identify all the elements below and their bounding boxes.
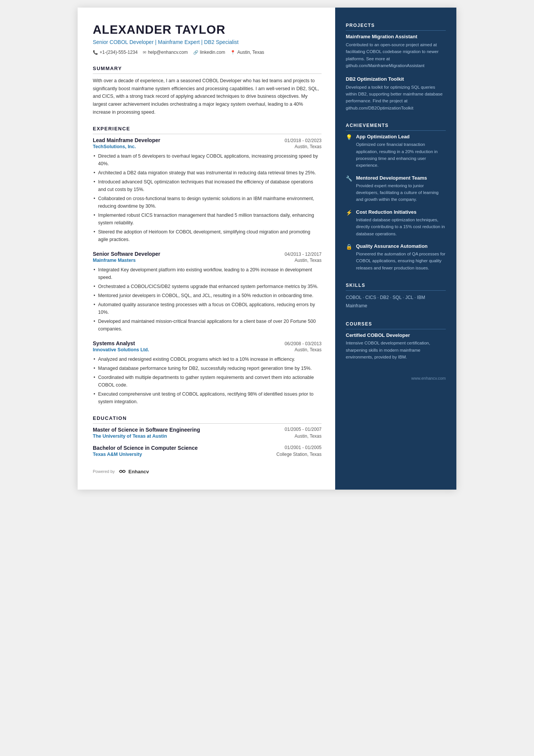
edu-degree-1: Master of Science in Software Engineerin… xyxy=(93,427,200,433)
achievements-section: ACHIEVEMENTS 💡 App Optimization Lead Opt… xyxy=(346,123,446,271)
bullet: Analyzed and redesigned existing COBOL p… xyxy=(93,355,322,363)
summary-text: With over a decade of experience, I am a… xyxy=(93,77,322,116)
exp-dates-1: 01/2018 - 02/2023 xyxy=(285,138,322,143)
course-name-1: Certified COBOL Developer xyxy=(346,332,446,338)
bullet: Directed a team of 5 developers to overh… xyxy=(93,152,322,167)
achievement-name-3: Cost Reduction Initiatives xyxy=(356,209,446,215)
edu-school-2: Texas A&M University xyxy=(93,452,142,457)
exp-title-2: Senior Software Developer xyxy=(93,251,160,257)
experience-section: EXPERIENCE Lead Mainframe Developer 01/2… xyxy=(93,126,322,405)
skills-text: COBOL · CICS · DB2 · SQL · JCL · IBM Mai… xyxy=(346,294,446,310)
exp-company-3: Innovative Solutions Ltd. xyxy=(93,347,149,352)
project-name-1: Mainframe Migration Assistant xyxy=(346,34,446,39)
achievement-name-1: App Optimization Lead xyxy=(356,134,446,139)
phone-icon: 📞 xyxy=(93,50,98,55)
exp-location-2: Austin, Texas xyxy=(295,258,322,263)
achievement-content-4: Quality Assurance Automation Pioneered t… xyxy=(356,243,446,271)
courses-title: COURSES xyxy=(346,321,446,329)
contact-row: 📞 +1-(234)-555-1234 ✉ help@enhancv.com 🔗… xyxy=(93,50,322,55)
edu-school-1: The University of Texas at Austin xyxy=(93,434,167,439)
achievement-icon-4: 🔒 xyxy=(346,244,352,250)
skills-section: SKILLS COBOL · CICS · DB2 · SQL · JCL · … xyxy=(346,283,446,310)
education-title: EDUCATION xyxy=(93,415,322,424)
edu-degree-2: Bachelor of Science in Computer Science xyxy=(93,445,198,451)
exp-company-2: Mainframe Masters xyxy=(93,258,136,263)
projects-section: PROJECTS Mainframe Migration Assistant C… xyxy=(346,23,446,111)
project-item-2: DB2 Optimization Toolkit Developed a too… xyxy=(346,76,446,112)
achievement-content-3: Cost Reduction Initiatives Initiated dat… xyxy=(356,209,446,237)
bullet: Steered the adoption of Heirloom for COB… xyxy=(93,228,322,243)
achievement-desc-2: Provided expert mentoring to junior deve… xyxy=(356,182,446,203)
edu-item-2: Bachelor of Science in Computer Science … xyxy=(93,445,322,457)
exp-dates-2: 04/2013 - 12/2017 xyxy=(285,252,322,257)
achievement-icon-3: ⚡ xyxy=(346,210,352,216)
location-item: 📍 Austin, Texas xyxy=(230,50,264,55)
achievement-icon-2: 🔧 xyxy=(346,175,352,182)
projects-title: PROJECTS xyxy=(346,23,446,31)
location-text: Austin, Texas xyxy=(237,50,264,55)
summary-section: SUMMARY With over a decade of experience… xyxy=(93,66,322,116)
linkedin-text: linkedin.com xyxy=(200,50,225,55)
skills-title: SKILLS xyxy=(346,283,446,291)
applicant-title: Senior COBOL Developer | Mainframe Exper… xyxy=(93,39,322,45)
achievement-desc-3: Initiated database optimization techniqu… xyxy=(356,216,446,237)
link-icon: 🔗 xyxy=(193,50,198,55)
exp-bullets-3: Analyzed and redesigned existing COBOL p… xyxy=(93,355,322,405)
summary-title: SUMMARY xyxy=(93,66,322,74)
exp-item-2: Senior Software Developer 04/2013 - 12/2… xyxy=(93,251,322,333)
project-name-2: DB2 Optimization Toolkit xyxy=(346,76,446,82)
exp-bullets-1: Directed a team of 5 developers to overh… xyxy=(93,152,322,243)
achievement-desc-1: Optimized core financial transaction app… xyxy=(356,141,446,169)
exp-title-3: Systems Analyst xyxy=(93,340,135,346)
powered-by-text: Powered by xyxy=(93,469,115,474)
bullet: Executed comprehensive unit testing of C… xyxy=(93,390,322,405)
achievement-item-2: 🔧 Mentored Development Teams Provided ex… xyxy=(346,175,446,203)
left-footer: Powered by Enhancv xyxy=(93,468,322,474)
edu-location-1: Austin, Texas xyxy=(295,434,322,439)
edu-location-2: College Station, Texas xyxy=(276,452,322,457)
exp-company-1: TechSolutions, Inc. xyxy=(93,144,136,149)
exp-location-3: Austin, Texas xyxy=(295,347,322,352)
email-item: ✉ help@enhancv.com xyxy=(143,50,187,55)
right-column: PROJECTS Mainframe Migration Assistant C… xyxy=(335,8,456,490)
course-desc-1: Intensive COBOL development certificatio… xyxy=(346,340,446,360)
applicant-name: ALEXANDER TAYLOR xyxy=(93,23,322,37)
achievement-icon-1: 💡 xyxy=(346,134,352,140)
location-icon: 📍 xyxy=(230,50,236,55)
phone-item: 📞 +1-(234)-555-1234 xyxy=(93,50,137,55)
achievement-desc-4: Pioneered the automation of QA processes… xyxy=(356,250,446,271)
exp-item-1: Lead Mainframe Developer 01/2018 - 02/20… xyxy=(93,137,322,243)
bullet: Introduced advanced SQL optimization tec… xyxy=(93,178,322,193)
edu-item-1: Master of Science in Software Engineerin… xyxy=(93,427,322,439)
phone-text: +1-(234)-555-1234 xyxy=(100,50,137,55)
achievements-title: ACHIEVEMENTS xyxy=(346,123,446,131)
project-desc-2: Developed a toolkit for optimizing SQL q… xyxy=(346,84,446,112)
bullet: Coordinated with multiple departments to… xyxy=(93,374,322,389)
exp-bullets-2: Integrated Key development platform into… xyxy=(93,266,322,333)
exp-dates-3: 06/2008 - 03/2013 xyxy=(285,341,322,346)
achievement-name-4: Quality Assurance Automation xyxy=(356,243,446,249)
edu-dates-2: 01/2001 - 01/2005 xyxy=(285,445,322,451)
edu-dates-1: 01/2005 - 01/2007 xyxy=(285,427,322,433)
bullet: Implemented robust CICS transaction mana… xyxy=(93,211,322,227)
education-section: EDUCATION Master of Science in Software … xyxy=(93,415,322,457)
course-item-1: Certified COBOL Developer Intensive COBO… xyxy=(346,332,446,360)
bullet: Collaborated on cross-functional teams t… xyxy=(93,195,322,210)
brand-name: Enhancv xyxy=(128,469,149,474)
bullet: Mentored junior developers in COBOL, SQL… xyxy=(93,292,322,299)
achievement-item-4: 🔒 Quality Assurance Automation Pioneered… xyxy=(346,243,446,271)
bullet: Integrated Key development platform into… xyxy=(93,266,322,281)
website-text: www.enhancv.com xyxy=(411,376,446,380)
bullet: Orchestrated a COBOL/CICS/DB2 systems up… xyxy=(93,283,322,290)
courses-section: COURSES Certified COBOL Developer Intens… xyxy=(346,321,446,360)
bullet: Architected a DB2 data migration strateg… xyxy=(93,169,322,177)
achievement-content-1: App Optimization Lead Optimized core fin… xyxy=(356,134,446,169)
achievement-item-1: 💡 App Optimization Lead Optimized core f… xyxy=(346,134,446,169)
exp-item-3: Systems Analyst 06/2008 - 03/2013 Innova… xyxy=(93,340,322,405)
resume-container: ALEXANDER TAYLOR Senior COBOL Developer … xyxy=(78,8,456,490)
linkedin-item: 🔗 linkedin.com xyxy=(193,50,225,55)
right-footer: www.enhancv.com xyxy=(346,376,446,380)
logo-icon xyxy=(118,468,127,474)
bullet: Automated quality assurance testing proc… xyxy=(93,301,322,316)
bullet: Managed database performance tuning for … xyxy=(93,365,322,372)
